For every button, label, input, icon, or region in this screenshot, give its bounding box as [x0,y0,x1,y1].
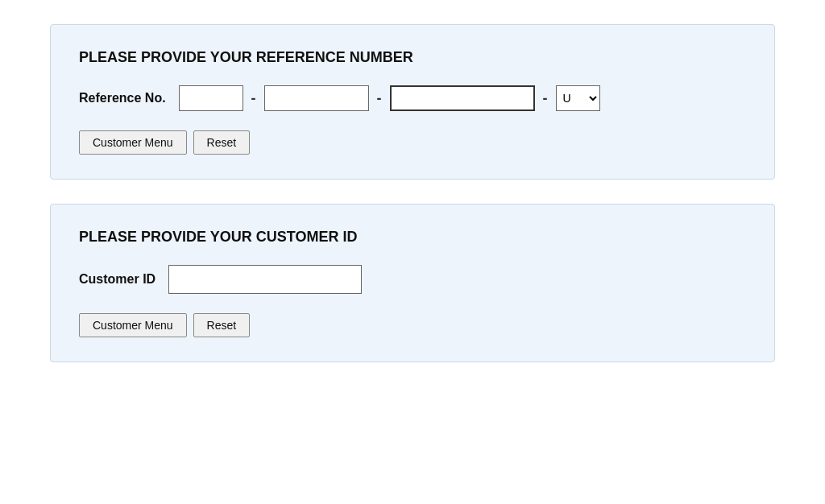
separator-2: - [377,90,382,107]
reference-input-part3[interactable] [390,85,535,111]
card2-button-row: Customer Menu Reset [79,313,746,337]
reference-number-card: PLEASE PROVIDE YOUR REFERENCE NUMBER Ref… [50,24,775,180]
customer-id-label: Customer ID [79,272,155,287]
reference-input-part2[interactable] [264,85,369,111]
separator-1: - [251,90,256,107]
customer-id-row: Customer ID [79,265,746,294]
card2-customer-menu-button[interactable]: Customer Menu [79,313,187,337]
reference-dropdown[interactable]: U A B C [556,85,600,111]
card2-reset-button[interactable]: Reset [193,313,251,337]
card1-reset-button[interactable]: Reset [193,130,251,155]
customer-id-card: PLEASE PROVIDE YOUR CUSTOMER ID Customer… [50,204,775,362]
reference-number-title: PLEASE PROVIDE YOUR REFERENCE NUMBER [79,49,746,66]
reference-number-label: Reference No. [79,91,166,105]
reference-number-row: Reference No. - - - U A B C [79,85,746,111]
separator-3: - [543,90,548,107]
card1-customer-menu-button[interactable]: Customer Menu [79,130,187,155]
customer-id-input[interactable] [168,265,362,294]
customer-id-title: PLEASE PROVIDE YOUR CUSTOMER ID [79,229,746,246]
card1-button-row: Customer Menu Reset [79,130,746,155]
reference-input-part1[interactable] [179,85,243,111]
